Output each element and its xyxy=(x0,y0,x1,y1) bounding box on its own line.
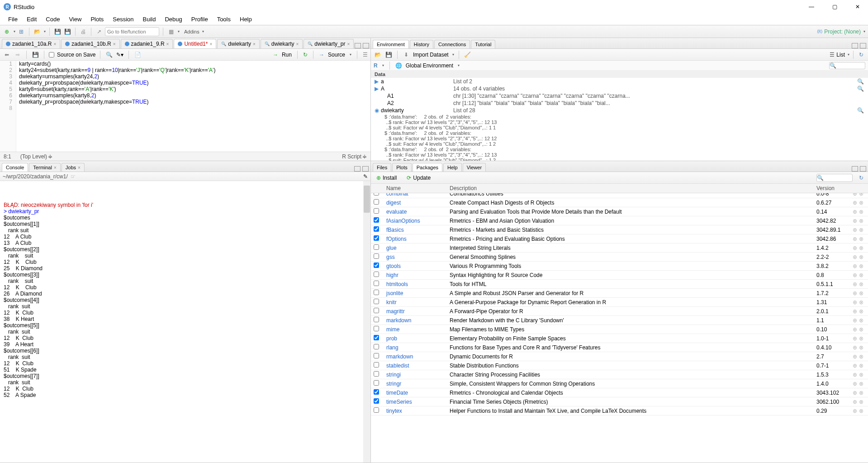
env-tab-tutorial[interactable]: Tutorial xyxy=(471,40,495,48)
pkg-tab-files[interactable]: Files xyxy=(373,163,391,172)
tab-close-icon[interactable]: × xyxy=(253,42,256,47)
back-icon[interactable]: ⬅ xyxy=(3,51,11,59)
refresh-env-icon[interactable]: ↻ xyxy=(857,51,865,59)
tab-close-icon[interactable]: × xyxy=(53,42,56,47)
tab-close-icon[interactable]: × xyxy=(296,42,299,47)
pkg-web-icon[interactable]: ⊕ xyxy=(853,272,857,278)
env-item[interactable]: ◉dwiekartyList of 28🔍 xyxy=(371,107,868,114)
pkg-remove-icon[interactable]: ⊗ xyxy=(859,218,863,224)
pkg-web-icon[interactable]: ⊕ xyxy=(853,399,857,405)
env-tab-environment[interactable]: Environment xyxy=(373,40,409,48)
outline-icon[interactable]: ☰ xyxy=(363,52,368,58)
close-button[interactable]: ✕ xyxy=(851,2,864,12)
pkg-name-link[interactable]: stabledist xyxy=(384,362,447,370)
pkg-name-link[interactable]: tinytex xyxy=(384,407,447,415)
pkg-checkbox[interactable] xyxy=(374,308,379,313)
source-minimize[interactable] xyxy=(355,43,361,48)
open-file-icon[interactable]: 📂 xyxy=(33,28,41,36)
pkg-checkbox[interactable] xyxy=(374,335,379,340)
pkg-web-icon[interactable]: ⊕ xyxy=(853,299,857,305)
pkg-checkbox[interactable] xyxy=(374,398,379,404)
pkg-checkbox[interactable] xyxy=(374,272,379,277)
pkg-web-icon[interactable]: ⊕ xyxy=(853,372,857,378)
pkg-name-link[interactable]: fAsianOptions xyxy=(384,217,447,225)
tab-close-icon[interactable]: × xyxy=(113,42,116,47)
run-button[interactable]: Run xyxy=(282,52,292,58)
pkg-web-icon[interactable]: ⊕ xyxy=(853,254,857,260)
goto-file-input[interactable] xyxy=(105,27,159,36)
pkg-web-icon[interactable]: ⊕ xyxy=(853,263,857,269)
grid-icon[interactable]: ▦ xyxy=(167,28,175,36)
expand-icon[interactable]: ▶ xyxy=(375,78,381,85)
save-source-icon[interactable]: 💾 xyxy=(31,51,39,59)
wand-icon[interactable]: ✎▾ xyxy=(116,51,124,59)
source-tab[interactable]: zadanie1_10b.R× xyxy=(61,39,119,48)
forward-icon[interactable]: ➡ xyxy=(14,51,22,59)
env-view-icon[interactable]: 🔍 xyxy=(857,86,864,92)
minimize-button[interactable]: — xyxy=(804,2,819,12)
pkg-web-icon[interactable]: ⊕ xyxy=(853,353,857,360)
pkg-remove-icon[interactable]: ⊗ xyxy=(859,290,863,296)
new-file-icon[interactable]: ⊕ xyxy=(3,28,11,36)
pkg-checkbox[interactable] xyxy=(374,235,379,241)
update-button[interactable]: ⟳Update xyxy=(404,174,433,182)
pkg-name-link[interactable]: glue xyxy=(384,244,447,252)
pkg-name-link[interactable]: timeDate xyxy=(384,389,447,397)
pkg-tab-plots[interactable]: Plots xyxy=(392,163,411,172)
pkg-remove-icon[interactable]: ⊗ xyxy=(859,299,863,305)
menu-edit[interactable]: Edit xyxy=(22,14,41,24)
pkg-remove-icon[interactable]: ⊗ xyxy=(859,399,863,405)
save-all-icon[interactable]: 💾 xyxy=(63,28,71,36)
pkg-remove-icon[interactable]: ⊗ xyxy=(859,408,863,414)
source-tab[interactable]: zadanie1_10a.R× xyxy=(2,39,60,48)
pkg-remove-icon[interactable]: ⊗ xyxy=(859,317,863,324)
pkg-name-link[interactable]: digest xyxy=(384,199,447,207)
env-search-input[interactable] xyxy=(829,62,865,69)
pkg-name-link[interactable]: rlang xyxy=(384,344,447,352)
pkg-checkbox[interactable] xyxy=(374,208,379,214)
menu-code[interactable]: Code xyxy=(41,14,64,24)
expand-icon[interactable]: ◉ xyxy=(375,107,381,114)
pkg-name-link[interactable]: fOptions xyxy=(384,235,447,243)
pkg-checkbox[interactable] xyxy=(374,263,379,268)
source-editor[interactable]: 12345678 karty=cards()karty24=subset(kar… xyxy=(0,61,370,152)
pkg-minimize[interactable] xyxy=(852,166,858,172)
pkg-web-icon[interactable]: ⊕ xyxy=(853,363,857,369)
pkg-web-icon[interactable]: ⊕ xyxy=(853,245,857,251)
pkg-name-link[interactable]: gss xyxy=(384,253,447,261)
pkg-name-link[interactable]: fBasics xyxy=(384,226,447,234)
pkg-name-link[interactable]: gtools xyxy=(384,262,447,270)
pkg-name-link[interactable]: stringi xyxy=(384,371,447,379)
console-tab-jobs[interactable]: Jobs × xyxy=(62,163,85,172)
pkg-remove-icon[interactable]: ⊗ xyxy=(859,308,863,315)
pkg-web-icon[interactable]: ⊕ xyxy=(853,317,857,324)
pkg-checkbox[interactable] xyxy=(374,281,379,286)
pkg-web-icon[interactable]: ⊕ xyxy=(853,344,857,351)
pkg-remove-icon[interactable]: ⊗ xyxy=(859,372,863,378)
pkg-web-icon[interactable]: ⊕ xyxy=(853,408,857,414)
menu-tools[interactable]: Tools xyxy=(213,14,235,24)
scope-label[interactable]: (Top Level) xyxy=(20,153,47,160)
env-view-mode[interactable]: ☰ xyxy=(830,52,835,58)
pkg-web-icon[interactable]: ⊕ xyxy=(853,227,857,233)
pkg-checkbox[interactable] xyxy=(374,362,379,368)
console-output[interactable]: BŁĄD: nieoczekiwany symbol in 'for i'> d… xyxy=(0,181,370,463)
project-label[interactable]: Project: (None) xyxy=(824,29,861,35)
pkg-checkbox[interactable] xyxy=(374,371,379,377)
expand-icon[interactable]: ▶ xyxy=(375,86,381,92)
maximize-button[interactable]: ▢ xyxy=(828,2,842,12)
pkg-web-icon[interactable]: ⊕ xyxy=(853,381,857,387)
load-workspace-icon[interactable]: 📂 xyxy=(374,51,382,59)
console-minimize[interactable] xyxy=(354,166,360,172)
pkg-checkbox[interactable] xyxy=(374,244,379,250)
pkg-remove-icon[interactable]: ⊗ xyxy=(859,335,863,342)
pkg-maximize[interactable] xyxy=(860,166,866,172)
pkg-name-link[interactable]: mime xyxy=(384,325,447,334)
console-maximize[interactable] xyxy=(362,166,369,172)
menu-help[interactable]: Help xyxy=(235,14,256,24)
pkg-checkbox[interactable] xyxy=(374,344,379,349)
pkg-tab-viewer[interactable]: Viewer xyxy=(463,163,486,172)
import-dataset-button[interactable]: Import Dataset xyxy=(413,52,449,58)
save-workspace-icon[interactable]: 💾 xyxy=(384,51,393,59)
source-tab[interactable]: 🔍dwiekarty× xyxy=(261,39,303,48)
